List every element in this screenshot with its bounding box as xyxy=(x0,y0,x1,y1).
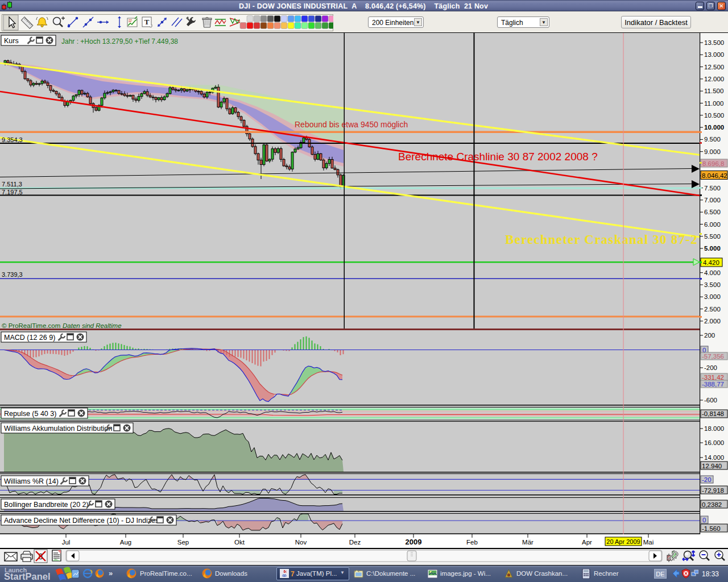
svg-text:Jul: Jul xyxy=(62,539,71,546)
svg-text:6.500: 6.500 xyxy=(704,209,721,215)
svg-text:0,2382: 0,2382 xyxy=(702,501,722,508)
svg-text:12.500: 12.500 xyxy=(704,64,724,70)
svg-text:Aug: Aug xyxy=(120,539,131,546)
svg-text:8.696,8: 8.696,8 xyxy=(702,160,724,167)
svg-text:-200: -200 xyxy=(704,364,717,371)
svg-text:Feb: Feb xyxy=(466,539,478,546)
svg-text:4.000: 4.000 xyxy=(704,269,721,276)
svg-text:9.500: 9.500 xyxy=(704,136,721,143)
svg-text:18.000: 18.000 xyxy=(704,425,724,432)
svg-text:Mär: Mär xyxy=(522,539,533,546)
svg-text:Kurs: Kurs xyxy=(4,37,19,45)
svg-text:MACD (12 26 9): MACD (12 26 9) xyxy=(4,334,55,342)
svg-text:-57,356: -57,356 xyxy=(702,353,724,360)
svg-text:20 Apr 2009: 20 Apr 2009 xyxy=(606,538,640,545)
svg-text:5.500: 5.500 xyxy=(704,233,721,240)
svg-text:13.000: 13.000 xyxy=(704,51,724,58)
svg-text:12.940: 12.940 xyxy=(702,463,722,469)
svg-text:Berechneter Craskanal 30 87-2: Berechneter Craskanal 30 87-2 xyxy=(505,232,698,247)
svg-text:Jahr : +Hoch 13.279,50 +Tief 7: Jahr : +Hoch 13.279,50 +Tief 7.449,38 xyxy=(61,38,178,45)
svg-text:-331,42: -331,42 xyxy=(702,374,724,381)
svg-text:»: » xyxy=(109,569,113,577)
svg-text:Berechnete Crashlinie 30 87 20: Berechnete Crashlinie 30 87 2002 2008 ? xyxy=(398,151,598,163)
svg-text:2009: 2009 xyxy=(406,538,422,546)
svg-text:Apr: Apr xyxy=(582,539,592,546)
svg-text:7.197,5: 7.197,5 xyxy=(2,189,23,196)
svg-text:16.000: 16.000 xyxy=(704,439,724,446)
svg-text:© ProRealTime.com: © ProRealTime.com xyxy=(2,322,60,329)
svg-text:Williams Akkumulation Distribu: Williams Akkumulation Distribution xyxy=(4,425,112,433)
svg-text:9.000: 9.000 xyxy=(704,148,721,155)
svg-text:-20: -20 xyxy=(702,476,712,483)
svg-text:6.000: 6.000 xyxy=(704,221,721,228)
svg-text:11.500: 11.500 xyxy=(704,88,723,94)
svg-text:4.420: 4.420 xyxy=(703,259,719,266)
svg-text:T: T xyxy=(144,18,150,26)
svg-text:Williams %R (14): Williams %R (14) xyxy=(4,477,59,485)
svg-text:14.000: 14.000 xyxy=(704,454,724,461)
svg-text:-388,77: -388,77 xyxy=(702,381,724,388)
svg-text:Mai: Mai xyxy=(643,539,654,546)
svg-text:Repulse (5 40 3): Repulse (5 40 3) xyxy=(4,410,56,418)
svg-text:3.000: 3.000 xyxy=(704,293,721,300)
svg-text:9.354,3: 9.354,3 xyxy=(2,136,23,143)
svg-text:10.000: 10.000 xyxy=(704,124,724,131)
svg-text:Rebound bis etwa 9450 möglich: Rebound bis etwa 9450 möglich xyxy=(295,120,408,129)
svg-text:-72,918: -72,918 xyxy=(702,487,724,494)
svg-text:7.511,3: 7.511,3 xyxy=(2,181,22,188)
svg-text:Okt: Okt xyxy=(234,539,245,546)
svg-text:3.500: 3.500 xyxy=(704,281,721,288)
svg-text:2.000: 2.000 xyxy=(704,318,721,325)
svg-text:0: 0 xyxy=(702,517,706,523)
svg-text:7.500: 7.500 xyxy=(704,185,721,192)
svg-text:Advance Decline Net Difference: Advance Decline Net Difference (10) - DJ… xyxy=(4,517,159,525)
svg-text:8.046,42: 8.046,42 xyxy=(702,172,727,179)
svg-text:2.500: 2.500 xyxy=(704,306,721,313)
svg-text:Bollinger Bandbreite (20 2): Bollinger Bandbreite (20 2) xyxy=(4,501,89,509)
svg-text:11.000: 11.000 xyxy=(704,100,723,107)
svg-text:-1.560: -1.560 xyxy=(702,525,721,532)
svg-text:-0,8148: -0,8148 xyxy=(702,410,724,417)
svg-text:200: 200 xyxy=(704,332,715,339)
svg-text:10.500: 10.500 xyxy=(704,112,724,119)
svg-text:12.000: 12.000 xyxy=(704,76,724,82)
svg-text:5.000: 5.000 xyxy=(704,245,721,252)
svg-text:Sep: Sep xyxy=(177,539,189,546)
svg-text:-600: -600 xyxy=(704,397,717,404)
svg-text:Nov: Nov xyxy=(295,539,307,546)
svg-text:Daten sind Realtime: Daten sind Realtime xyxy=(63,322,122,329)
svg-text:13.500: 13.500 xyxy=(704,39,724,46)
svg-text:7.000: 7.000 xyxy=(704,197,721,203)
svg-text:3.739,3: 3.739,3 xyxy=(2,271,23,278)
svg-text:Dez: Dez xyxy=(349,539,361,546)
